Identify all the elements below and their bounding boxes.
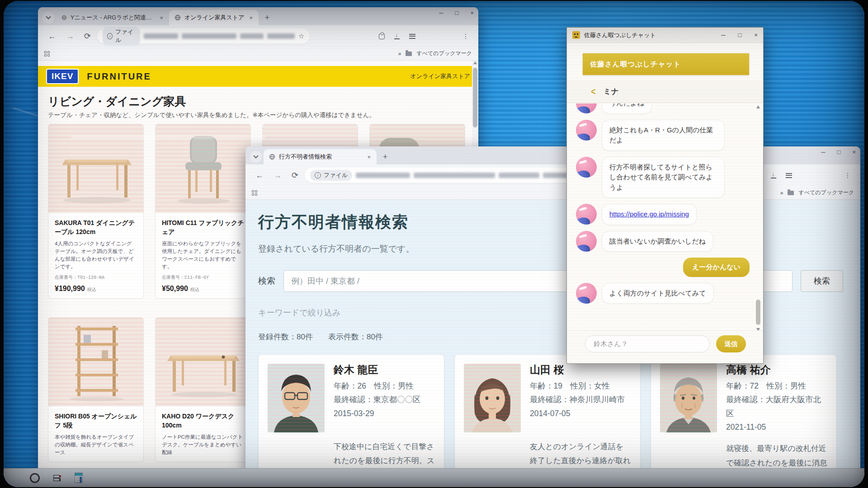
scrollbar-thumb[interactable]: [756, 300, 760, 325]
all-bookmarks-label[interactable]: すべてのブックマーク: [798, 189, 854, 197]
window-close-button[interactable]: ×: [754, 32, 758, 38]
window-minimize-button[interactable]: ─: [721, 32, 725, 38]
person-card[interactable]: 高橋 祐介 年齢：72 性別：男性 最終確認：大阪府大阪市北区 2021-11-…: [651, 354, 837, 470]
person-age-sex: 年齢：72 性別：男性: [726, 379, 827, 393]
globe-icon: [269, 154, 275, 160]
person-age-sex: 年齢：26 性別：男性: [334, 379, 421, 393]
window-close-button[interactable]: ×: [852, 149, 856, 155]
browser-window-missing-persons: 行方不明者情報検索 × + ─ □ × ← → ⟳ iファイル: [245, 146, 860, 470]
product-card[interactable]: SAKURA T01 ダイニングテーブル 120cm 4人用のコンパクトなダイニ…: [48, 124, 144, 299]
chat-message: 行方不明者探してるサイトと照らし合わせて名前を見て調べてみようよ: [576, 157, 750, 198]
person-card[interactable]: 鈴木 龍臣 年齢：26 性別：男性 最終確認：東京都〇〇区 2015-03-29…: [258, 354, 444, 470]
folder-icon: [406, 52, 412, 56]
back-chevron-icon[interactable]: <: [591, 86, 595, 98]
person-card[interactable]: 山田 桜 年齢：19 性別：女性 最終確認：神奈川県川崎市 2014-07-05…: [454, 354, 641, 470]
window-maximize-button[interactable]: □: [837, 149, 841, 155]
bookmarks-overflow-chevron[interactable]: »: [780, 190, 783, 196]
chat-input-bar: 送信: [567, 330, 763, 363]
forward-button[interactable]: →: [62, 32, 78, 41]
ime-icon[interactable]: [53, 475, 61, 481]
missing-persons-link[interactable]: https://police.go.jp/missing: [609, 210, 689, 218]
product-name: HITOMI C11 ファブリックチェア: [162, 218, 244, 237]
scrollbar-up-arrow[interactable]: [756, 105, 760, 108]
chat-window: 佐藤さん暇つぶしチャット ─ □ × 佐藤さん暇つぶしチャット < ミナ うんだ…: [566, 27, 764, 364]
downloads-icon[interactable]: [767, 172, 780, 178]
message-bubble: 絶対これもA・R・Gの人間の仕業だよ: [602, 120, 725, 151]
person-photo-yamada: [464, 364, 521, 432]
browser-menu-icon[interactable]: ⋮: [459, 33, 472, 40]
window-maximize-button[interactable]: □: [738, 32, 742, 38]
tab-search-button[interactable]: [42, 12, 54, 23]
browser-menu-icon[interactable]: ⋮: [841, 172, 854, 179]
send-button[interactable]: 送信: [716, 335, 746, 352]
product-description: 4人用のコンパクトなダイニングテーブル。オーク調の天板で、どんな部屋にも合わせや…: [55, 240, 137, 271]
reading-list-icon[interactable]: [783, 173, 795, 178]
reload-button[interactable]: ⟳: [80, 31, 94, 41]
bookmark-star-icon[interactable]: ☆: [298, 32, 304, 40]
contact-avatar: [576, 103, 597, 113]
scrollbar-up-arrow[interactable]: [473, 61, 477, 64]
window-minimize-button[interactable]: ─: [821, 149, 825, 155]
person-date: 2014-07-05: [530, 407, 625, 421]
info-icon: i: [315, 172, 321, 178]
new-tab-button[interactable]: +: [261, 12, 273, 23]
search-button[interactable]: 検索: [801, 270, 843, 292]
person-description: 就寝後、最寄り駅の改札付近で確認されたのを最後に消息不明。認知症の疑いあ: [726, 441, 827, 470]
message-bubble: うんだよね: [602, 103, 652, 114]
tab-missing-persons[interactable]: 行方不明者情報検索 ×: [264, 149, 377, 164]
bookmarks-overflow-chevron[interactable]: »: [398, 51, 401, 57]
tab-close-icon[interactable]: ×: [248, 14, 254, 21]
product-card[interactable]: KAHO D20 ワークデスク 100cm ノートPC作業に最適なコンパクトデス…: [155, 317, 251, 462]
tab-close-icon[interactable]: ×: [158, 14, 165, 21]
reading-list-icon[interactable]: [406, 34, 419, 39]
window-minimize-button[interactable]: ─: [439, 10, 443, 16]
folder-icon: [788, 191, 794, 195]
tab-search-button[interactable]: [250, 151, 262, 163]
filter-hint: キーワードで絞り込み: [258, 307, 341, 318]
extensions-icon[interactable]: [376, 33, 388, 39]
message-bubble: https://police.go.jp/missing: [602, 204, 697, 225]
new-tab-button[interactable]: +: [379, 151, 391, 163]
window-close-button[interactable]: ×: [470, 10, 474, 16]
person-description: 友人とのオンライン通話を終了した直後から連絡が取れなくなった。自室には荷: [530, 440, 631, 470]
screen: Yニュース - ARGラボと関連ニュース × オンライン家具ストア × + ─ …: [4, 1, 864, 487]
back-button[interactable]: ←: [252, 171, 267, 180]
reload-button[interactable]: ⟳: [288, 170, 302, 180]
chat-scrollbar[interactable]: [755, 105, 761, 331]
product-name: SAKURA T01 ダイニングテーブル 120cm: [55, 218, 137, 237]
back-button[interactable]: ←: [44, 32, 60, 41]
redacted-url: [267, 33, 294, 39]
chat-message: 絶対これもA・R・Gの人間の仕業だよ: [576, 120, 750, 151]
product-card[interactable]: HITOMI C11 ファブリックチェア 座面にやわらかなファブリックを使用した…: [155, 124, 251, 299]
chat-message-input[interactable]: [585, 335, 710, 352]
address-bar[interactable]: iファイル ☆: [97, 28, 310, 44]
tab-furniture-store[interactable]: オンライン家具ストア ×: [169, 10, 259, 25]
product-card[interactable]: SHIORI B05 オープンシェルフ 5段 本や雑貨を飾れるオープンタイプの収…: [48, 317, 144, 462]
tab-close-icon[interactable]: ×: [366, 154, 372, 160]
product-image-fabric-chair: [156, 124, 250, 213]
forward-button[interactable]: →: [270, 171, 285, 180]
chat-header: 佐藤さん暇つぶしチャット: [583, 53, 749, 75]
redacted-url: [356, 173, 410, 178]
calculator-app-icon[interactable]: [75, 473, 83, 483]
scrollbar-thumb[interactable]: [473, 68, 477, 127]
message-bubble: 該当者いないか調査かいしだね: [602, 231, 713, 252]
apps-grid-icon[interactable]: [252, 190, 257, 196]
tab-news[interactable]: Yニュース - ARGラボと関連ニュース ×: [56, 10, 169, 25]
window-maximize-button[interactable]: □: [455, 10, 459, 16]
all-bookmarks-label[interactable]: すべてのブックマーク: [416, 50, 472, 57]
tab-title: Yニュース - ARGラボと関連ニュース: [71, 14, 155, 22]
redacted-url: [499, 173, 539, 178]
person-name: 鈴木 龍臣: [334, 364, 421, 376]
chat-titlebar[interactable]: 佐藤さん暇つぶしチャット ─ □ ×: [567, 28, 763, 43]
result-counts: 登録件数：80件表示件数：80件: [258, 332, 383, 342]
apps-grid-icon[interactable]: [44, 51, 50, 56]
downloads-icon[interactable]: [391, 33, 403, 39]
site-header: IKEV FURNITURE オンライン家具ストア: [38, 66, 478, 87]
person-last-seen: 最終確認：神奈川県川崎市: [530, 393, 625, 407]
site-tagline: オンライン家具ストア: [410, 72, 470, 80]
file-scheme-chip: iファイル: [103, 27, 140, 46]
product-description: 座面にやわらかなファブリックを使用したチェア。ダイニングにもワークスペースにもお…: [162, 240, 244, 271]
tab-strip: Yニュース - ARGラボと関連ニュース × オンライン家具ストア × + ─ …: [38, 7, 478, 25]
search-icon[interactable]: [30, 473, 40, 483]
